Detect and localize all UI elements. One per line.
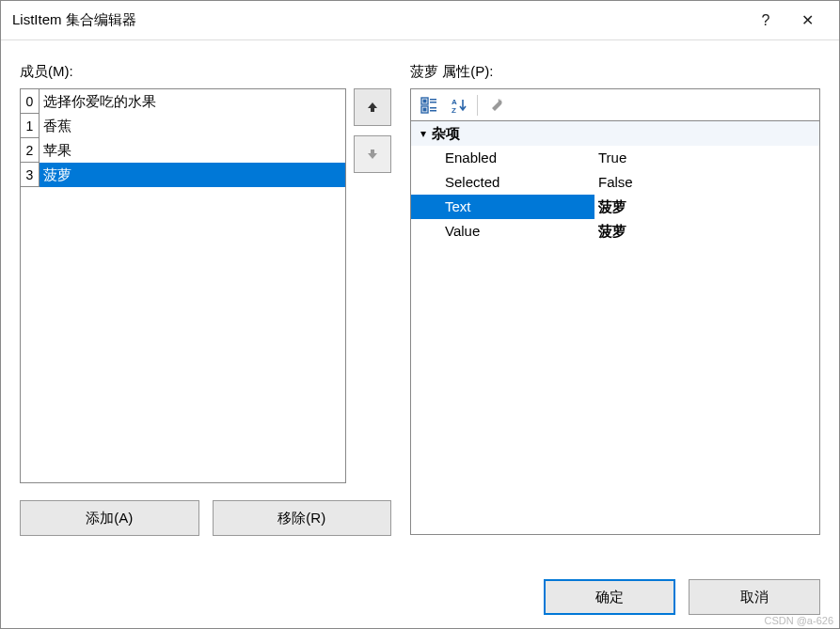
watermark: CSDN @a-626: [764, 615, 833, 626]
list-item-label: 选择你爱吃的水果: [40, 89, 345, 114]
property-row[interactable]: Text菠萝: [411, 195, 819, 219]
svg-rect-7: [430, 110, 436, 112]
remove-button[interactable]: 移除(R): [213, 500, 392, 536]
property-value[interactable]: 菠萝: [594, 219, 819, 244]
add-button[interactable]: 添加(A): [20, 500, 199, 536]
list-item-index: 1: [21, 114, 40, 138]
titlebar: ListItem 集合编辑器 ? ✕: [1, 1, 839, 40]
svg-rect-2: [430, 99, 436, 101]
chevron-down-icon: ▾: [415, 127, 432, 140]
alphabetical-button[interactable]: A Z: [447, 93, 471, 118]
members-listbox[interactable]: 0选择你爱吃的水果1香蕉2苹果3菠萝: [20, 88, 346, 483]
move-down-button[interactable]: [354, 135, 391, 173]
property-value[interactable]: True: [594, 146, 819, 170]
reorder-buttons: [354, 88, 391, 483]
property-name: Enabled: [411, 146, 594, 170]
help-button[interactable]: ?: [745, 7, 786, 35]
property-name: Selected: [411, 170, 594, 195]
list-item-label: 香蕉: [40, 114, 345, 138]
list-item-label: 苹果: [40, 138, 345, 163]
categorized-button[interactable]: [417, 93, 441, 118]
cancel-button[interactable]: 取消: [689, 579, 820, 615]
property-row[interactable]: Value菠萝: [411, 219, 819, 244]
add-remove-row: 添加(A) 移除(R): [20, 500, 391, 536]
property-row[interactable]: EnabledTrue: [411, 146, 819, 170]
svg-rect-1: [423, 99, 427, 102]
property-row[interactable]: SelectedFalse: [411, 170, 819, 195]
properties-panel: 菠萝 属性(P): A Z: [410, 63, 820, 536]
list-item[interactable]: 3菠萝: [21, 163, 345, 187]
ok-button[interactable]: 确定: [544, 579, 675, 615]
property-value[interactable]: False: [594, 170, 819, 195]
move-up-button[interactable]: [354, 88, 391, 126]
arrow-up-icon: [366, 101, 379, 114]
property-pages-button[interactable]: [483, 93, 508, 118]
members-panel: 成员(M): 0选择你爱吃的水果1香蕉2苹果3菠萝 添加(A) 移除(R): [20, 63, 391, 536]
close-button[interactable]: ✕: [786, 7, 828, 35]
wrench-icon: [487, 97, 504, 114]
sort-az-icon: A Z: [451, 97, 468, 114]
svg-rect-3: [430, 102, 436, 103]
svg-text:A: A: [452, 98, 457, 106]
category-name: 杂项: [432, 125, 460, 143]
list-item-label: 菠萝: [40, 163, 345, 187]
list-item-index: 0: [21, 89, 40, 114]
category-row[interactable]: ▾ 杂项: [411, 121, 819, 146]
property-toolbar: A Z: [410, 88, 820, 120]
property-name: Value: [411, 219, 594, 244]
list-item[interactable]: 2苹果: [21, 138, 345, 163]
list-item[interactable]: 1香蕉: [21, 114, 345, 138]
list-item[interactable]: 0选择你爱吃的水果: [21, 89, 345, 114]
property-name: Text: [411, 195, 594, 219]
property-grid[interactable]: ▾ 杂项 EnabledTrueSelectedFalseText菠萝Value…: [410, 120, 820, 535]
members-label: 成员(M):: [20, 63, 391, 81]
main-content: 成员(M): 0选择你爱吃的水果1香蕉2苹果3菠萝 添加(A) 移除(R) 菠萝…: [1, 40, 839, 545]
arrow-down-icon: [366, 148, 379, 161]
svg-text:Z: Z: [452, 106, 456, 114]
list-item-index: 2: [21, 138, 40, 163]
list-item-index: 3: [21, 163, 40, 187]
svg-rect-5: [423, 107, 427, 111]
property-value[interactable]: 菠萝: [594, 195, 819, 219]
dialog-footer: 确定 取消: [544, 579, 820, 615]
window-title: ListItem 集合编辑器: [12, 11, 745, 29]
properties-label: 菠萝 属性(P):: [410, 63, 820, 81]
categorized-icon: [420, 97, 437, 114]
svg-rect-6: [430, 107, 436, 109]
